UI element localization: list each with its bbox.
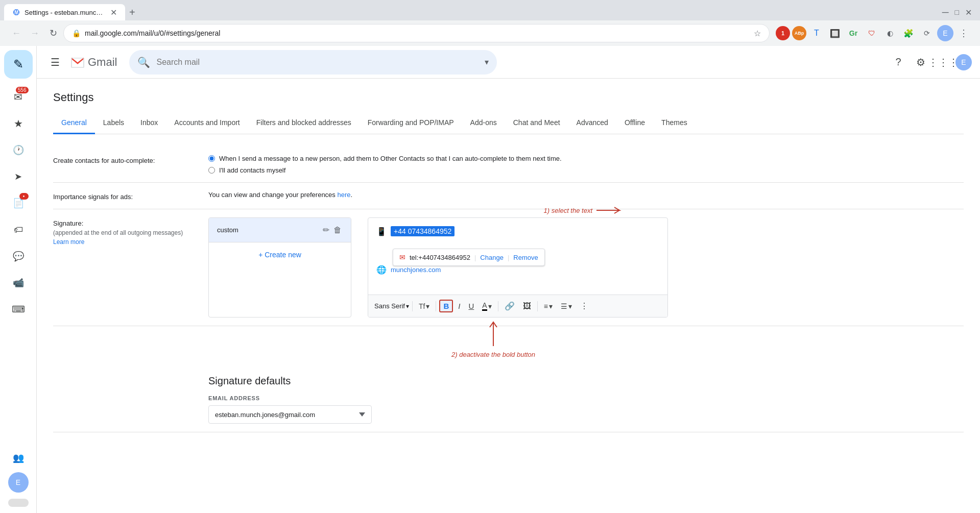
sidebar-item-snoozed[interactable]: 🕐 (6, 138, 31, 162)
new-tab-button[interactable]: + (125, 7, 139, 18)
help-button[interactable]: ? (888, 52, 909, 72)
profile-avatar[interactable]: E (937, 25, 953, 41)
contacts-autocomplete-row: Create contacts for auto-complete: When … (53, 146, 964, 183)
snooze-icon: 🕐 (13, 144, 24, 156)
tooltip-change-link[interactable]: Change (480, 254, 504, 261)
font-dropdown-arrow: ▾ (406, 303, 409, 310)
tab-addons[interactable]: Add-ons (462, 112, 505, 134)
create-new-label: + Create new (258, 251, 301, 259)
user-avatar-sidebar[interactable]: E (8, 472, 29, 493)
align-button[interactable]: ≡ ▾ (541, 300, 556, 312)
ext-1[interactable]: 🔲 (827, 25, 843, 41)
tab-accounts[interactable]: Accounts and Import (166, 112, 248, 134)
sidebar-item-chat[interactable]: 💬 (6, 244, 31, 268)
signature-list: custom ✏ 🗑 + Create new (208, 217, 351, 317)
search-dropdown-icon[interactable]: ▾ (485, 57, 489, 67)
tab-themes[interactable]: Themes (653, 112, 696, 134)
tab-offline[interactable]: Offline (616, 112, 653, 134)
hamburger-menu[interactable]: ☰ (45, 52, 65, 72)
ext-5[interactable]: 🧩 (900, 25, 917, 41)
sidebar-item-spaces[interactable]: ⌨ (6, 297, 31, 322)
ext-2[interactable]: Gr (845, 25, 862, 41)
editor-toolbar: Sans Serif ▾ Tf ▾ (368, 295, 667, 317)
reload-button[interactable]: ↻ (45, 25, 61, 41)
tooltip-icon: ✉ (399, 253, 405, 261)
text-color-button[interactable]: A ▾ (479, 299, 494, 313)
image-button[interactable]: 🖼 (520, 300, 534, 313)
more-options-button[interactable]: ⋮ (577, 299, 591, 313)
tooltip-remove-link[interactable]: Remove (513, 254, 538, 261)
maximize-button[interactable]: □ (955, 8, 959, 16)
contacts-icon: 👥 (13, 452, 24, 463)
contacts-radio2[interactable] (208, 167, 215, 174)
sidebar-resize-handle[interactable] (8, 499, 29, 507)
signature-edit-button[interactable]: ✏ (322, 224, 330, 236)
tab-advanced[interactable]: Advanced (568, 112, 616, 134)
tab-chat-meet[interactable]: Chat and Meet (505, 112, 568, 134)
account-avatar[interactable]: E (955, 54, 972, 70)
ext-3[interactable]: 🛡 (864, 25, 880, 41)
list-icon: ☰ (561, 302, 567, 310)
settings-content: Settings General Labels Inbox Accounts a… (37, 79, 980, 445)
contacts-option2[interactable]: I'll add contacts myself (208, 166, 964, 174)
email-address-select[interactable]: esteban.munch.jones@gmail.com (208, 405, 372, 424)
signature-item-custom[interactable]: custom ✏ 🗑 (209, 218, 351, 242)
star-bookmark[interactable]: ☆ (754, 29, 761, 38)
tooltip-tel: tel:+4407434864952 (410, 254, 470, 261)
signature-row: Signature: (appended at the end of all o… (53, 209, 964, 326)
bold-button[interactable]: B (439, 300, 453, 312)
underline-button[interactable]: U (465, 300, 477, 312)
importance-link[interactable]: here (337, 191, 350, 199)
font-family-selector[interactable]: Sans Serif ▾ (374, 302, 409, 310)
toolbar-separator-2 (436, 301, 436, 311)
search-bar[interactable]: 🔍 ▾ (129, 50, 497, 75)
italic-button[interactable]: I (455, 300, 463, 312)
annotation-1-text: 1) select the text (544, 207, 592, 214)
browser-tab[interactable]: M Settings - esteban.munch.jones@ ✕ (4, 4, 125, 20)
signature-learn-more[interactable]: Learn more (53, 238, 196, 246)
tab-labels[interactable]: Labels (95, 112, 132, 134)
sidebar-item-labels[interactable]: 🏷 (6, 217, 31, 242)
ext-shield[interactable]: 1 (776, 26, 790, 40)
sidebar-item-starred[interactable]: ★ (6, 111, 31, 136)
tab-general[interactable]: General (53, 112, 95, 134)
sidebar-item-sent[interactable]: ➤ (6, 164, 31, 189)
forward-button[interactable]: → (27, 25, 43, 41)
sidebar-item-meet[interactable]: 📹 (6, 271, 31, 295)
favicon: M (12, 8, 20, 16)
tab-inbox[interactable]: Inbox (132, 112, 166, 134)
apps-button[interactable]: ⋮⋮⋮ (933, 52, 953, 72)
contacts-label: Create contacts for auto-complete: (53, 155, 196, 164)
chrome-menu[interactable]: ⋮ (955, 25, 972, 41)
font-size-button[interactable]: Tf ▾ (416, 300, 433, 312)
underline-icon: U (468, 302, 474, 310)
tab-close-button[interactable]: ✕ (110, 8, 117, 17)
list-arrow: ▾ (568, 302, 572, 310)
sidebar-item-drafts[interactable]: 📄 • (6, 191, 31, 215)
signature-delete-button[interactable]: 🗑 (332, 224, 343, 236)
minimize-button[interactable]: ─ (942, 7, 949, 18)
contacts-option1[interactable]: When I send a message to a new person, a… (208, 155, 964, 162)
ext-abp[interactable]: ABp (792, 26, 806, 40)
back-button[interactable]: ← (8, 25, 25, 41)
phone-selected-text[interactable]: +44 07434864952 (391, 226, 455, 236)
signature-item-name: custom (217, 226, 238, 234)
ext-translate[interactable]: T (808, 25, 825, 41)
close-button[interactable]: ✕ (965, 8, 972, 17)
sidebar-item-contacts[interactable]: 👥 (6, 446, 31, 470)
tab-filters[interactable]: Filters and blocked addresses (248, 112, 360, 134)
website-link[interactable]: munchjones.com (391, 266, 441, 274)
link-button[interactable]: 🔗 (501, 299, 518, 313)
ext-6[interactable]: ⟳ (919, 25, 935, 41)
ext-4[interactable]: ◐ (882, 25, 898, 41)
create-new-signature-button[interactable]: + Create new (209, 242, 351, 267)
website-icon: 🌐 (376, 265, 387, 275)
signature-editor: 📱 +44 07434864952 ✉ tel:+4407434864952 | (368, 217, 668, 317)
contacts-radio1[interactable] (208, 155, 215, 162)
tab-forwarding[interactable]: Forwarding and POP/IMAP (360, 112, 462, 134)
list-button[interactable]: ☰ ▾ (558, 300, 575, 312)
search-input[interactable] (156, 58, 479, 67)
compose-button[interactable]: ✎ (4, 50, 33, 79)
sidebar-item-mail[interactable]: ✉ 556 (6, 85, 31, 109)
address-bar[interactable]: 🔒 mail.google.com/mail/u/0/#settings/gen… (63, 24, 770, 42)
